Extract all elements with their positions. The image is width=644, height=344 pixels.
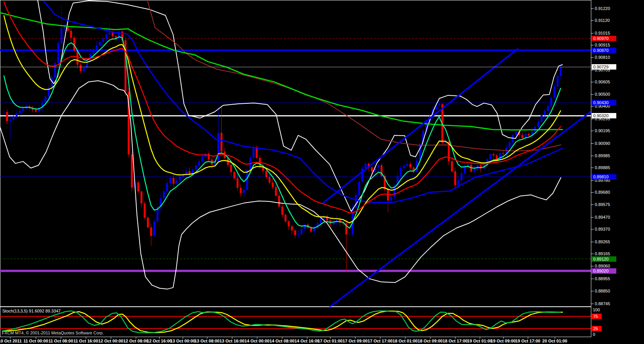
time-tick-label: 18 Oct 09:00 — [418, 339, 443, 343]
price-tick-label: 0.90915 — [595, 43, 610, 47]
upper-bollinger-band — [38, 0, 562, 211]
price-tick-label: 0.88745 — [595, 301, 610, 306]
price-line-badge: 0.89120 — [592, 256, 616, 262]
time-tick-label: 20 Oct 01:00 — [542, 339, 567, 343]
price-tick-mark — [591, 8, 594, 9]
time-tick-label: 17 Oct 01:00 — [318, 339, 343, 343]
time-tick-label: 12 Oct 08:00 — [123, 339, 148, 343]
price-tick-mark — [591, 131, 594, 131]
price-tick-label: 0.89680 — [595, 190, 610, 194]
time-tick-label: 12 Oct 16:00 — [147, 339, 172, 343]
time-tick-label: 12 Oct 00:00 — [98, 339, 123, 343]
price-tick-mark — [591, 229, 594, 229]
time-tick-label: 19 Oct 09:00 — [491, 339, 516, 343]
time-tick-label: 18 Oct 17:00 — [443, 339, 468, 343]
slow-ma-maroon — [147, 0, 561, 151]
time-tick-label: 19 Oct 17:00 — [516, 339, 541, 343]
price-tick-label: 0.90090 — [595, 141, 610, 146]
time-tick-label: 13 Oct 00:00 — [170, 339, 195, 343]
price-tick-label: 0.89060 — [595, 264, 610, 268]
price-line-badge: 0.90729 — [592, 64, 616, 70]
price-tick-label: 0.90810 — [595, 55, 610, 60]
price-tick-label: 0.89470 — [595, 215, 610, 219]
price-tick-mark — [591, 156, 594, 156]
price-tick-label: 0.90500 — [595, 92, 610, 96]
price-tick-mark — [591, 192, 594, 193]
price-tick-label: 0.89265 — [595, 239, 610, 244]
mt4-chart-window: Stoch(13,3,5) 91.6092 89.3347 FXCM MT4, … — [0, 0, 644, 344]
price-tick-label: 0.90605 — [595, 80, 610, 84]
slow-ma-green — [0, 13, 562, 130]
price-line-badge: 0.89810 — [592, 174, 616, 179]
main-price-chart[interactable] — [0, 0, 591, 307]
price-tick-mark — [591, 168, 594, 168]
price-tick-label: 0.91120 — [595, 18, 610, 23]
ascending-trendline-lower[interactable] — [330, 112, 590, 307]
stoch-level-label: 25 — [592, 326, 602, 331]
price-tick-mark — [591, 304, 594, 304]
price-tick-label: 0.89575 — [595, 202, 610, 207]
price-line-badge: 0.90970 — [592, 36, 616, 41]
price-tick-mark — [591, 204, 594, 205]
price-tick-mark — [591, 266, 594, 266]
price-tick-mark — [591, 57, 594, 58]
time-tick-label: 19 Oct 01:00 — [467, 339, 492, 343]
price-tick-label: 0.89165 — [595, 251, 610, 256]
time-tick-label: 13 Oct 16:00 — [220, 339, 245, 343]
time-tick-label: 11 Oct 00:00 — [23, 339, 48, 343]
price-tick-label: 0.91015 — [595, 31, 610, 35]
price-tick-label: 0.89985 — [595, 153, 610, 158]
stoch-level-label: 100 — [593, 307, 600, 312]
price-tick-mark — [591, 217, 594, 218]
price-tick-mark — [591, 254, 594, 254]
price-tick-mark — [591, 242, 594, 242]
stoch-level-label: 0 — [593, 332, 595, 337]
time-tick-label: 17 Oct 17:00 — [368, 339, 393, 343]
time-tick-label: 13 Oct 08:00 — [195, 339, 220, 343]
copyright-text: FXCM MT4, © 2001-2011 MetaQuotes Softwar… — [2, 331, 104, 335]
price-tick-mark — [591, 70, 594, 70]
price-tick-mark — [591, 279, 594, 279]
fast-ma-yellow — [4, 15, 561, 223]
price-tick-label: 0.91220 — [595, 6, 610, 11]
price-tick-mark — [591, 143, 594, 144]
time-tick-label: 14 Oct 08:00 — [270, 339, 295, 343]
time-tick-label: 14 Oct 16:00 — [295, 339, 320, 343]
price-tick-label: 0.88850 — [595, 289, 610, 293]
price-tick-mark — [591, 291, 594, 291]
price-tick-label: 0.89885 — [595, 165, 610, 170]
price-tick-mark — [591, 180, 594, 181]
fast-ma-red — [4, 2, 561, 213]
stochastic-label: Stoch(13,3,5) 91.6092 89.3347 — [2, 309, 61, 313]
time-tick-label: 10 Oct 2011 — [0, 339, 22, 343]
price-tick-label: 0.90195 — [595, 128, 610, 133]
medium-ma-blue — [43, 1, 562, 203]
time-axis[interactable]: 10 Oct 201111 Oct 00:0011 Oct 08:0011 Oc… — [0, 337, 644, 344]
price-tick-mark — [591, 20, 594, 21]
time-tick-label: 17 Oct 09:00 — [343, 339, 368, 343]
price-tick-mark — [591, 94, 594, 95]
price-line-badge: 0.90870 — [592, 48, 616, 53]
time-tick-label: 18 Oct 01:00 — [393, 339, 418, 343]
price-tick-mark — [591, 106, 594, 106]
time-tick-label: 11 Oct 16:00 — [73, 339, 98, 343]
candles — [3, 5, 562, 272]
ascending-trendline-upper[interactable] — [323, 49, 517, 203]
lower-bollinger-band — [0, 81, 561, 289]
price-tick-label: 0.88955 — [595, 276, 610, 281]
time-tick-label: 14 Oct 00:00 — [245, 339, 270, 343]
price-tick-mark — [591, 45, 594, 45]
stoch-level-label: 75 — [592, 314, 602, 319]
price-tick-label: 0.89370 — [595, 227, 610, 231]
price-tick-mark — [591, 33, 594, 33]
time-tick-label: 11 Oct 08:00 — [48, 339, 73, 343]
price-line-badge: 0.89020 — [592, 268, 616, 274]
price-line-badge: 0.90320 — [592, 113, 616, 118]
price-line-badge: 0.90430 — [592, 100, 616, 105]
price-tick-mark — [591, 119, 594, 119]
price-tick-mark — [591, 82, 594, 82]
price-axis[interactable]: 0.912200.911200.910150.909150.908100.907… — [591, 0, 644, 337]
